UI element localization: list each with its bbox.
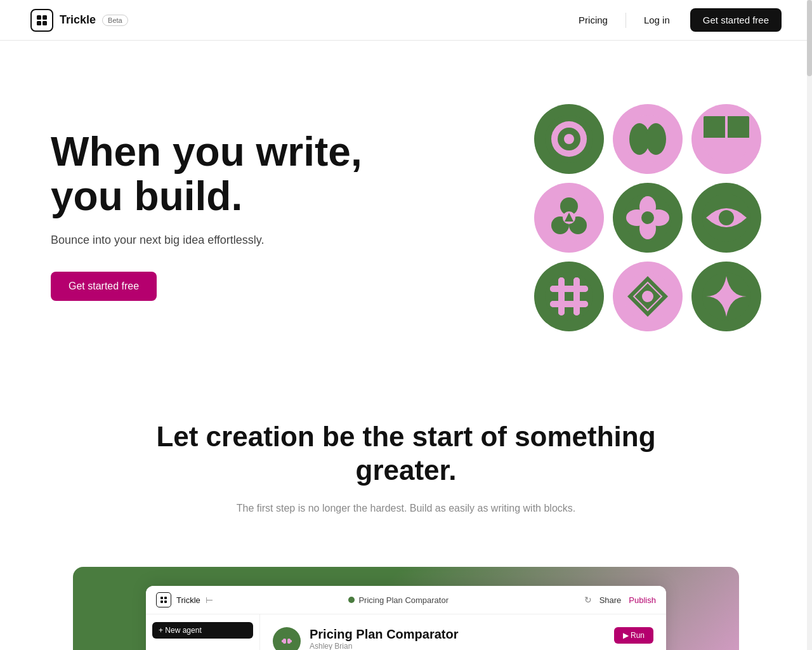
svg-rect-44 xyxy=(160,600,163,603)
agent-avatar xyxy=(273,627,301,650)
grid-icon-8 xyxy=(613,262,683,331)
svg-point-7 xyxy=(564,134,574,144)
app-name: Trickle xyxy=(176,595,200,605)
app-window: Trickle ⊢ Pricing Plan Comparator ↻ Shar… xyxy=(146,586,666,650)
grid-icon-1 xyxy=(534,104,604,174)
nav-left: Trickle Beta xyxy=(30,9,128,32)
grid-icon-6 xyxy=(691,183,761,253)
nav-right: Pricing Log in Get started free xyxy=(563,8,782,32)
svg-rect-2 xyxy=(37,21,41,25)
app-sidebar: + New agent 🧭 Discover 📦 Published agent… xyxy=(146,614,260,650)
tab-dot xyxy=(348,597,355,603)
agent-info: Pricing Plan Comparator Ashley Brian xyxy=(310,627,605,650)
share-button[interactable]: Share xyxy=(599,595,622,605)
sidebar-item-discover[interactable]: 🧭 Discover xyxy=(146,646,259,650)
nav-cta-button[interactable]: Get started free xyxy=(690,8,782,32)
svg-point-34 xyxy=(719,210,734,225)
grid-icon-9 xyxy=(691,262,761,331)
logo-icon xyxy=(30,9,53,32)
new-agent-button[interactable]: + New agent xyxy=(152,622,253,639)
refresh-icon[interactable]: ↻ xyxy=(584,595,592,605)
hero-left: When you write, you build. Bounce into y… xyxy=(51,91,381,301)
app-preview-outer: Trickle ⊢ Pricing Plan Comparator ↻ Shar… xyxy=(73,567,739,650)
tab-label: Pricing Plan Comparator xyxy=(358,595,449,605)
scrollbar-thumb[interactable] xyxy=(807,0,812,76)
hero-subtitle: Bounce into your next big idea effortles… xyxy=(51,232,381,249)
navbar: Trickle Beta Pricing Log in Get started … xyxy=(0,0,812,41)
app-tab[interactable]: Pricing Plan Comparator xyxy=(348,595,449,605)
svg-rect-0 xyxy=(37,15,41,20)
app-titlebar-right: ↻ Share Publish xyxy=(584,595,656,605)
publish-button[interactable]: Publish xyxy=(629,595,656,605)
grid-icon-4 xyxy=(534,183,604,253)
svg-rect-50 xyxy=(290,640,292,642)
grid-icon-3 xyxy=(691,104,761,174)
scrollbar-track xyxy=(807,0,812,650)
agent-header: Pricing Plan Comparator Ashley Brian ▶ R… xyxy=(273,627,653,650)
hero-icon-grid xyxy=(534,91,761,331)
app-body: + New agent 🧭 Discover 📦 Published agent… xyxy=(146,614,666,650)
beta-badge: Beta xyxy=(102,15,128,26)
svg-rect-1 xyxy=(43,15,47,20)
grid-icon-2 xyxy=(613,104,683,174)
svg-rect-49 xyxy=(282,640,284,642)
svg-rect-3 xyxy=(43,21,47,25)
agent-run-button[interactable]: ▶ Run xyxy=(614,627,653,644)
hero-title: When you write, you build. xyxy=(51,129,381,219)
sidebar-toggle-icon[interactable]: ⊢ xyxy=(206,595,213,605)
svg-point-39 xyxy=(642,291,653,302)
hero-section: When you write, you build. Bounce into y… xyxy=(0,41,812,369)
svg-rect-45 xyxy=(164,600,167,603)
app-logo-icon xyxy=(156,592,171,607)
app-preview-section: Trickle ⊢ Pricing Plan Comparator ↻ Shar… xyxy=(0,541,812,650)
nav-login-link[interactable]: Log in xyxy=(629,10,685,30)
svg-point-10 xyxy=(646,123,666,155)
section2: Let creation be the start of something g… xyxy=(0,369,812,541)
svg-rect-43 xyxy=(164,597,167,599)
grid-icon-7 xyxy=(534,262,604,331)
app-titlebar-left: Trickle ⊢ xyxy=(156,592,213,607)
agent-name: Pricing Plan Comparator xyxy=(310,627,605,642)
agent-author: Ashley Brian xyxy=(310,642,605,650)
app-main-content: Pricing Plan Comparator Ashley Brian ▶ R… xyxy=(260,614,666,650)
nav-divider xyxy=(625,13,626,28)
logo-text: Trickle xyxy=(60,13,96,27)
nav-pricing-link[interactable]: Pricing xyxy=(563,10,623,30)
section2-title: Let creation be the start of something g… xyxy=(151,420,661,488)
section2-subtitle: The first step is no longer the hardest.… xyxy=(151,500,661,517)
app-titlebar: Trickle ⊢ Pricing Plan Comparator ↻ Shar… xyxy=(146,586,666,614)
svg-rect-42 xyxy=(160,597,163,599)
svg-point-35 xyxy=(545,272,593,321)
hero-cta-button[interactable]: Get started free xyxy=(51,272,157,301)
svg-point-46 xyxy=(279,633,294,649)
grid-icon-5 xyxy=(613,183,683,253)
svg-point-32 xyxy=(641,211,654,224)
